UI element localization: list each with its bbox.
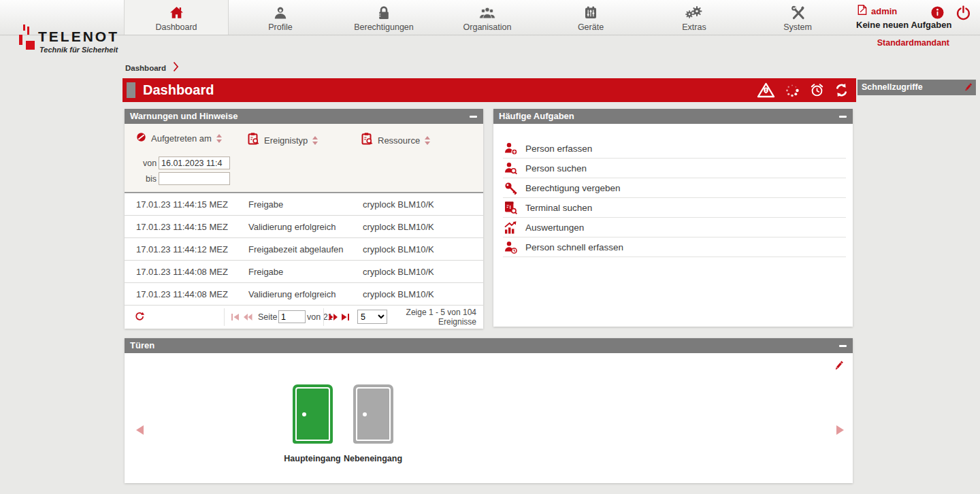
info-icon[interactable] (930, 5, 945, 22)
task-person-erfassen[interactable]: Person erfassen (503, 139, 846, 159)
carousel-left-icon[interactable] (136, 425, 144, 435)
frequent-tasks-panel: Häufige Aufgaben Person erfassen Person … (493, 109, 853, 327)
task-label: Person erfassen (525, 144, 592, 154)
cell-occurred: 17.01.23 11:44:12 MEZ (125, 244, 248, 254)
column-header-ereignistyp[interactable]: Ereignistyp (247, 132, 318, 148)
collapse-minus-icon[interactable] (470, 116, 477, 118)
table-row[interactable]: 17.01.23 11:44:15 MEZ Freigabe cryplock … (125, 193, 483, 216)
tab-extras[interactable]: Extras (642, 0, 746, 35)
clipboard-search-icon (361, 132, 373, 148)
page-size-select[interactable]: 5 (357, 310, 387, 324)
task-label: Terminal suchen (525, 203, 592, 213)
date-to-input[interactable] (159, 172, 230, 185)
tab-label: System (783, 22, 812, 32)
task-person-suchen[interactable]: Person suchen (503, 159, 846, 178)
door-label: Haupteingang (284, 454, 340, 463)
drag-handle[interactable] (127, 82, 135, 98)
cell-event-type: Freigabe (248, 199, 363, 210)
last-page-icon[interactable] (341, 313, 350, 321)
refresh-icon[interactable] (134, 311, 145, 324)
sort-arrows-icon[interactable] (425, 136, 430, 145)
refresh-icon[interactable] (834, 82, 849, 98)
cell-resource: cryplock BLM10/K (363, 289, 483, 299)
tasks-panel-header: Häufige Aufgaben (493, 109, 853, 124)
terminal-search-icon (503, 201, 518, 215)
cell-event-type: Freigabe (248, 267, 363, 277)
warning-shield-icon[interactable] (757, 82, 775, 99)
task-terminal-suchen[interactable]: Terminal suchen (503, 198, 846, 218)
task-label: Berechtigung vergeben (525, 183, 621, 193)
door-handle (363, 412, 367, 416)
collapse-minus-icon[interactable] (839, 345, 847, 347)
table-row[interactable]: 17.01.23 11:44:08 MEZ Freigabe cryplock … (125, 261, 483, 283)
edit-pencil-icon[interactable] (963, 82, 973, 95)
cell-occurred: 17.01.23 11:44:15 MEZ (125, 222, 248, 232)
tab-profile[interactable]: Profile (229, 0, 332, 35)
task-auswertungen[interactable]: Auswertungen (503, 218, 846, 237)
cell-event-type: Validierung erfolgreich (248, 222, 363, 232)
tab-organisation[interactable]: Organisation (436, 0, 539, 35)
next-page-icon[interactable] (329, 313, 338, 321)
tab-berechtigungen[interactable]: Berechtigungen (332, 0, 436, 35)
from-label: von (143, 159, 157, 168)
user-name: admin (871, 6, 897, 16)
tab-label: Dashboard (155, 22, 197, 32)
cell-occurred: 17.01.23 11:44:08 MEZ (125, 289, 248, 299)
page-header-bar: Dashboard (122, 78, 856, 102)
table-row[interactable]: 17.01.23 11:44:15 MEZ Validierung erfolg… (125, 216, 483, 238)
tab-label: Organisation (463, 22, 512, 32)
warnings-panel: Warnungen und Hinweise Aufgetreten am Er… (125, 109, 483, 329)
quick-access-panel: Schnellzugriffe (858, 80, 976, 95)
breadcrumb: Dashboard (125, 61, 179, 75)
sort-arrows-icon[interactable] (216, 134, 222, 143)
group-icon (478, 3, 496, 21)
power-icon[interactable] (956, 5, 971, 23)
alarm-clock-icon[interactable] (809, 82, 825, 98)
door-handle (302, 412, 306, 416)
collapse-minus-icon[interactable] (839, 116, 847, 118)
column-label: Ressource (378, 135, 420, 146)
sort-arrows-icon[interactable] (312, 136, 318, 145)
tenant-label: Standardmandant (877, 38, 949, 48)
doors-panel: Türen Haupteingang Nebeneingang (125, 338, 853, 483)
table-row[interactable]: 17.01.23 11:44:08 MEZ Validierung erfolg… (125, 283, 483, 306)
task-berechtigung-vergeben[interactable]: Berechtigung vergeben (503, 178, 846, 198)
spinner-icon[interactable] (784, 82, 800, 99)
telenot-logo-mark (18, 24, 37, 56)
panel-title: Warnungen und Hinweise (130, 109, 238, 124)
doors-row: Haupteingang Nebeneingang (282, 384, 403, 463)
cell-resource: cryplock BLM10/K (363, 267, 483, 277)
filter-to-row: bis (143, 172, 230, 185)
first-page-icon[interactable] (231, 313, 240, 321)
breadcrumb-item[interactable]: Dashboard (125, 64, 166, 72)
date-from-input[interactable] (159, 157, 230, 169)
summary-line2: Ereignisse (391, 317, 476, 327)
brand-tagline: Technik für Sicherheit (39, 46, 118, 54)
tab-label: Profile (268, 22, 292, 32)
column-header-aufgetreten[interactable]: Aufgetreten am (136, 132, 222, 145)
task-list: Person erfassen Person suchen Berechtigu… (493, 124, 853, 257)
panel-title: Häufige Aufgaben (499, 109, 574, 124)
task-label: Auswertungen (525, 223, 584, 233)
door-haupteingang[interactable]: Haupteingang (282, 384, 342, 463)
divider (323, 308, 324, 326)
carousel-right-icon[interactable] (836, 425, 844, 435)
home-icon (168, 3, 185, 21)
key-icon (503, 181, 518, 195)
filter-from-row: von (143, 157, 230, 169)
table-row[interactable]: 17.01.23 11:44:12 MEZ Freigabezeit abgel… (125, 238, 483, 261)
edit-pencil-icon[interactable] (833, 360, 845, 374)
door-nebeneingang[interactable]: Nebeneingang (343, 384, 403, 463)
previous-page-icon[interactable] (243, 313, 252, 321)
task-person-schnell-erfassen[interactable]: Person schnell erfassen (503, 237, 846, 257)
tools-icon (789, 3, 806, 21)
column-header-ressource[interactable]: Ressource (361, 132, 430, 148)
tab-dashboard[interactable]: Dashboard (124, 0, 229, 35)
divider (224, 308, 225, 326)
brand-name: TELENOT (38, 29, 119, 45)
tab-system[interactable]: System (746, 0, 849, 35)
nav-tabs: Dashboard Profile Berechtigungen Organis… (124, 0, 849, 35)
page-header-icons (757, 78, 849, 102)
tab-geraete[interactable]: Geräte (539, 0, 642, 35)
page-number-input[interactable] (278, 310, 306, 323)
